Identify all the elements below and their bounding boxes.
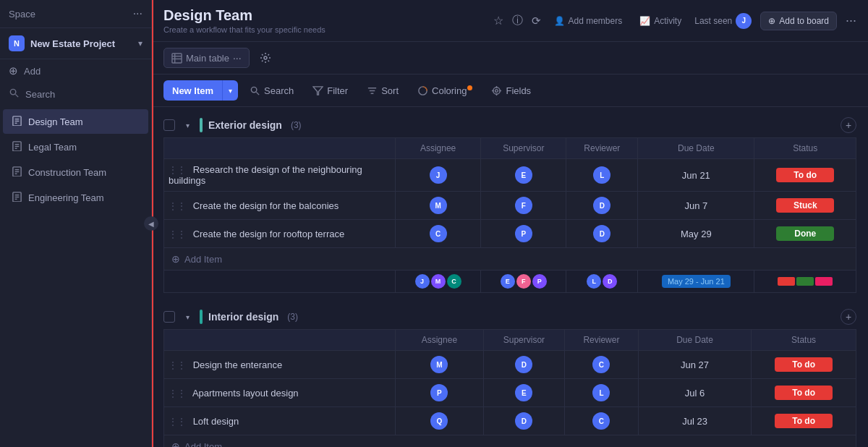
sidebar-project[interactable]: N New Estate Project ▾ (0, 28, 151, 59)
new-item-label: New Item (163, 81, 222, 101)
group-checkbox-exterior-design[interactable] (163, 119, 175, 131)
sidebar-collapse-button[interactable]: ◀ (144, 216, 158, 231)
project-icon: N (9, 35, 25, 51)
supervisor-avatar: D (515, 412, 532, 430)
reviewer-cell: D (566, 220, 638, 248)
supervisor-avatar-group: E (488, 166, 558, 184)
star-icon[interactable]: ☆ (493, 14, 503, 27)
add-item-row[interactable]: ⊕ Add Item (164, 248, 856, 271)
info-icon[interactable]: ⓘ (512, 14, 523, 27)
sidebar-item-construction-team[interactable]: Construction Team (3, 160, 148, 184)
status-cell: To do (752, 379, 856, 407)
supervisor-cell: D (483, 351, 564, 379)
summary-supervisor-avatar: F (516, 274, 531, 289)
fields-button[interactable]: Fields (484, 82, 538, 100)
new-item-dropdown-icon[interactable]: ▾ (223, 82, 238, 99)
tab-more-icon[interactable]: ··· (233, 52, 242, 64)
table-row[interactable]: ⋮⋮ Research the design of the neighbouri… (164, 159, 856, 192)
sort-label: Sort (381, 85, 399, 96)
reviewer-cell: L (565, 379, 639, 407)
filter-button[interactable]: Filter (305, 82, 355, 100)
sync-icon[interactable]: ⟳ (532, 14, 541, 27)
supervisor-avatar-group: E (491, 384, 557, 401)
settings-icon (260, 52, 271, 64)
add-to-board-icon: ⊕ (768, 16, 775, 26)
group-expand-exterior-design[interactable]: ▾ (181, 119, 194, 132)
add-members-button[interactable]: 👤 Add members (550, 13, 627, 29)
reviewer-avatar-group: L (572, 384, 631, 401)
sidebar-search-action[interactable]: Search (0, 82, 151, 106)
table-row[interactable]: ⋮⋮ Create the design for the balconies M… (164, 192, 856, 220)
top-bar-more-icon[interactable]: ··· (846, 13, 856, 28)
task-name: Research the design of the neighbouring … (169, 164, 362, 186)
last-seen-label: Last seen (694, 16, 732, 26)
table-settings-button[interactable] (255, 48, 276, 68)
status-badge: To do (775, 357, 833, 372)
add-item-row[interactable]: ⊕ Add Item (164, 435, 856, 448)
reviewer-avatar: D (593, 197, 610, 214)
reviewer-avatar-group: L (574, 166, 630, 184)
sidebar-item-label-construction-team: Construction Team (28, 167, 106, 178)
col-header-due-date: Due Date (638, 330, 751, 351)
table-icon (171, 53, 182, 64)
status-cell: To do (754, 159, 856, 192)
group-checkbox-interior-design[interactable] (163, 311, 175, 323)
add-icon: ⊕ (9, 64, 18, 77)
table-row[interactable]: ⋮⋮ Loft design Q D C Jul 23 To do (164, 407, 856, 435)
reviewer-cell: L (566, 159, 638, 192)
col-header-due-date: Due Date (638, 138, 754, 159)
task-cell: ⋮⋮ Create the design for the balconies (164, 192, 396, 220)
new-item-button[interactable]: New Item ▾ (163, 80, 238, 101)
sidebar-item-legal-team[interactable]: Legal Team (3, 135, 148, 159)
add-to-board-button[interactable]: ⊕ Add to board (760, 12, 837, 30)
assignee-cell: J (396, 159, 481, 192)
table-exterior-design: AssigneeSupervisorReviewerDue DateStatus… (163, 137, 856, 293)
activity-button[interactable]: 📈 Activity (635, 13, 686, 29)
sidebar-space-label: Space (9, 9, 35, 20)
top-bar: Design Team Create a workflow that fits … (152, 0, 868, 42)
supervisor-cell: P (481, 220, 566, 248)
add-item-cell[interactable]: ⊕ Add Item (164, 435, 856, 448)
table-row[interactable]: ⋮⋮ Design the enterance M D C Jun 27 T (164, 351, 856, 379)
reviewer-avatar-group: D (574, 197, 630, 214)
sidebar-item-engineering-team[interactable]: Engineering Team (3, 185, 148, 210)
add-item-icon: ⊕ (171, 253, 180, 265)
svg-line-1 (15, 94, 18, 97)
table-header-row: AssigneeSupervisorReviewerDue DateStatus (164, 138, 856, 159)
main-table-tab[interactable]: Main table ··· (163, 48, 250, 68)
add-label: Add (24, 66, 41, 77)
status-cell: Done (754, 220, 856, 248)
svg-point-23 (251, 87, 257, 93)
group-expand-interior-design[interactable]: ▾ (181, 310, 194, 323)
sort-button[interactable]: Sort (359, 82, 406, 100)
group-add-column-interior-design[interactable]: + (841, 309, 856, 325)
summary-status-mini (796, 277, 814, 286)
summary-supervisor-avatar: P (532, 274, 547, 289)
add-item-text: ⊕ Add Item (171, 440, 848, 447)
sidebar-add-action[interactable]: ⊕ Add (0, 59, 151, 82)
add-item-cell[interactable]: ⊕ Add Item (164, 248, 856, 271)
summary-assignee-cell: JMC (396, 271, 481, 293)
summary-reviewer-avatars: LD (574, 274, 630, 289)
add-item-label: Add Item (184, 254, 222, 265)
table-row[interactable]: ⋮⋮ Create the design for rooftop terrace… (164, 220, 856, 248)
svg-point-0 (10, 89, 16, 95)
drag-handle-icon: ⋮⋮ (169, 417, 186, 427)
supervisor-avatar-group: F (488, 197, 558, 214)
status-cell: Stuck (754, 192, 856, 220)
col-header-reviewer: Reviewer (566, 138, 638, 159)
search-button[interactable]: Search (242, 82, 301, 100)
sidebar-more-icon[interactable]: ··· (133, 7, 142, 20)
sidebar-item-design-team[interactable]: Design Team (3, 109, 148, 134)
coloring-button[interactable]: Coloring (410, 82, 480, 100)
main-table-tab-label: Main table (186, 53, 229, 64)
table-row[interactable]: ⋮⋮ Apartments layout design P E L Jul 6 (164, 379, 856, 407)
group-add-column-exterior-design[interactable]: + (841, 117, 856, 133)
add-to-board-label: Add to board (779, 16, 829, 26)
supervisor-avatar: P (515, 225, 532, 242)
filter-label: Filter (327, 85, 348, 96)
drag-handle-icon: ⋮⋮ (169, 201, 186, 211)
assignee-avatar-group: P (403, 384, 476, 401)
assignee-avatar-group: C (403, 225, 473, 242)
supervisor-avatar-group: D (491, 356, 557, 373)
